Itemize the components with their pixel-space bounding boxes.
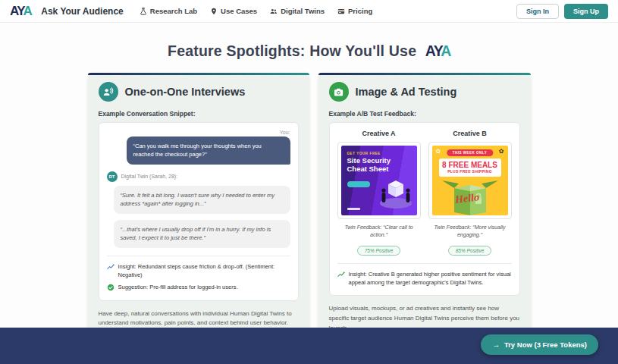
brand-name: Ask Your Audience bbox=[41, 6, 123, 17]
user-chat-bubble: “Can you walk me through your thoughts w… bbox=[127, 136, 290, 165]
nav-item-research-lab[interactable]: Research Lab bbox=[140, 7, 197, 15]
interviews-card-title: One-on-One Interviews bbox=[125, 86, 246, 98]
nav-item-digital-twins[interactable]: Digital Twins bbox=[270, 7, 325, 15]
insight-row: Insight: Redundant steps cause friction … bbox=[107, 263, 290, 279]
insight-text: Insight: Redundant steps cause friction … bbox=[118, 263, 290, 279]
you-label: You: bbox=[107, 130, 290, 135]
ad-b-headline: 8 FREE MEALS bbox=[441, 161, 500, 169]
flask-icon bbox=[140, 8, 147, 15]
insights-chart-icon bbox=[107, 263, 115, 271]
creative-a-sentiment-badge: 75% Positive bbox=[357, 246, 401, 256]
check-circle-icon bbox=[107, 284, 115, 291]
suggestion-text: Suggestion: Pre-fill address for logged-… bbox=[118, 284, 238, 292]
try-now-label: Try Now (3 Free Tokens) bbox=[504, 340, 587, 349]
creative-a-column: Creative A GET YOUR FREE Site Security C… bbox=[337, 130, 421, 256]
top-navbar: AYA Ask Your Audience Research Lab Use C… bbox=[0, 0, 618, 23]
logo-text-dark: AY bbox=[10, 4, 24, 18]
creative-a-tile[interactable]: GET YOUR FREE Site Security Cheat Sheet bbox=[337, 142, 421, 219]
insight-text: Insight: Creative B generated higher pos… bbox=[349, 271, 512, 287]
ad-a-cube-illustration bbox=[376, 167, 416, 211]
nav-item-pricing[interactable]: Pricing bbox=[337, 7, 372, 15]
suggestion-row: Suggestion: Pre-fill address for logged-… bbox=[107, 284, 290, 292]
interviews-description: Have deep, natural conversations with in… bbox=[99, 309, 299, 329]
arrow-right-icon: → bbox=[492, 340, 500, 349]
creative-a-ad-image: GET YOUR FREE Site Security Cheat Sheet bbox=[341, 146, 417, 215]
ad-b-ribbon: THIS WEEK ONLY bbox=[447, 149, 493, 156]
digital-twin-avatar: DT bbox=[107, 171, 118, 182]
ab-test-label: Example A/B Test Feedback: bbox=[329, 110, 520, 118]
ad-testing-card: Image & Ad Testing Example A/B Test Feed… bbox=[318, 73, 531, 344]
camera-icon bbox=[329, 82, 349, 102]
flower-icon: ✿ bbox=[499, 149, 504, 155]
ad-a-eyebrow: GET YOUR FREE bbox=[347, 152, 381, 155]
divider bbox=[107, 256, 290, 256]
sign-up-button[interactable]: Sign Up bbox=[564, 4, 608, 19]
main-nav: Research Lab Use Cases Digital Twins Pri… bbox=[140, 7, 372, 15]
conversation-box: You: “Can you walk me through your thoug… bbox=[99, 122, 299, 301]
voice-interview-icon bbox=[99, 82, 118, 102]
ad-a-cta-pill bbox=[347, 181, 370, 187]
creative-b-sentiment-badge: 85% Positive bbox=[448, 246, 492, 256]
nav-item-label: Pricing bbox=[348, 7, 372, 15]
digital-twin-label: Digital Twin (Sarah, 28): bbox=[121, 174, 178, 179]
nav-item-label: Use Cases bbox=[221, 7, 257, 15]
creative-b-ad-image: ✿ ✿ THIS WEEK ONLY 8 FREE MEALS PLUS FRE… bbox=[432, 146, 508, 215]
logo-text-teal: A bbox=[24, 4, 32, 18]
twin-chat-bubble: “...that's where I usually drop off if I… bbox=[114, 220, 290, 248]
ad-b-offer-panel: 8 FREE MEALS PLUS FREE SHIPPING bbox=[439, 158, 501, 177]
feature-cards-row: One-on-One Interviews Example Conversati… bbox=[0, 73, 618, 344]
interviews-card: One-on-One Interviews Example Conversati… bbox=[88, 73, 309, 339]
creative-b-column: Creative B ✿ ✿ THIS WEEK ONLY 8 FREE MEA… bbox=[428, 130, 512, 256]
ad-a-brand-mark bbox=[347, 208, 360, 210]
twin-chat-bubble: “Sure. It felt a bit long. I wasn't sure… bbox=[114, 186, 290, 214]
ab-test-box: Creative A GET YOUR FREE Site Security C… bbox=[329, 122, 520, 296]
nav-item-label: Research Lab bbox=[150, 7, 197, 15]
conversation-snippet-label: Example Conversation Snippet: bbox=[99, 110, 299, 118]
divider bbox=[337, 263, 512, 264]
location-pin-icon bbox=[210, 8, 218, 15]
page-title: Feature Spotlights: How You'll Use AYA bbox=[0, 42, 618, 60]
brand-logo[interactable]: AYA bbox=[10, 4, 31, 19]
creative-b-tile[interactable]: ✿ ✿ THIS WEEK ONLY 8 FREE MEALS PLUS FRE… bbox=[428, 142, 512, 219]
card-icon bbox=[337, 8, 345, 15]
creative-b-title: Creative B bbox=[428, 130, 512, 137]
creative-a-feedback: Twin Feedback: “Clear call to action.” bbox=[337, 224, 421, 239]
insights-chart-icon bbox=[337, 271, 345, 278]
nav-item-label: Digital Twins bbox=[281, 7, 325, 15]
flower-icon: ✿ bbox=[436, 149, 441, 155]
nav-item-use-cases[interactable]: Use Cases bbox=[210, 7, 257, 15]
insight-row: Insight: Creative B generated higher pos… bbox=[337, 271, 512, 287]
sign-in-button[interactable]: Sign In bbox=[516, 4, 559, 19]
try-now-button[interactable]: → Try Now (3 Free Tokens) bbox=[481, 334, 598, 355]
ad-b-hello-script: Hello bbox=[454, 191, 479, 206]
ad-testing-card-title: Image & Ad Testing bbox=[356, 86, 457, 98]
heading-logo: AYA bbox=[425, 42, 450, 59]
people-icon bbox=[270, 8, 278, 15]
bottom-cta-bar: → Try Now (3 Free Tokens) bbox=[0, 328, 618, 364]
ad-b-subhead: PLUS FREE SHIPPING bbox=[441, 169, 500, 174]
creative-b-feedback: Twin Feedback: “More visually engaging.” bbox=[428, 224, 512, 239]
creative-a-title: Creative A bbox=[337, 130, 421, 137]
